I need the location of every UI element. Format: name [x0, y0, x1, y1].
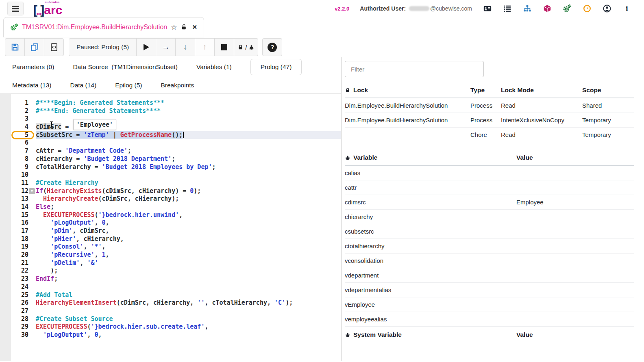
code-text[interactable]: #Create Hierarchy: [36, 179, 341, 187]
table-row[interactable]: vEmployee: [345, 297, 634, 312]
line-number[interactable]: 3: [0, 115, 36, 123]
code-editor[interactable]: 1#****Begin: Generated Statements***2#**…: [0, 93, 341, 361]
code-text[interactable]: 'pDelim', '&': [36, 259, 341, 267]
line-number[interactable]: 9: [0, 163, 36, 171]
table-row[interactable]: vemployeealias: [345, 312, 634, 327]
line-number[interactable]: 8: [0, 155, 36, 163]
code-text[interactable]: [36, 283, 341, 291]
sitemap-icon[interactable]: [522, 4, 532, 13]
line-number[interactable]: 27: [0, 307, 36, 315]
id-card-icon[interactable]: [483, 4, 492, 13]
table-row[interactable]: ChoreReadTemporary: [345, 128, 634, 142]
code-text[interactable]: #****Begin: Generated Statements***: [36, 99, 341, 107]
table-row[interactable]: vdepartment: [345, 268, 634, 283]
line-number[interactable]: 28: [0, 315, 36, 323]
code-line[interactable]: 8cHierarchy = 'Budget 2018 Department';: [0, 155, 341, 163]
code-line[interactable]: 1#****Begin: Generated Statements***: [0, 99, 341, 107]
lock-debug-button[interactable]: /: [234, 38, 258, 56]
line-number[interactable]: 15: [0, 211, 36, 219]
user-icon[interactable]: [602, 4, 612, 13]
code-line[interactable]: 27: [0, 307, 341, 315]
line-number[interactable]: 14: [0, 203, 36, 211]
line-number[interactable]: 13: [0, 195, 36, 203]
code-line[interactable]: 18 'pHier', cHierarchy,: [0, 235, 341, 243]
table-row[interactable]: chierarchy: [345, 210, 634, 224]
code-line[interactable]: 30 'pLogOutput', 0,: [0, 331, 341, 339]
code-text[interactable]: 'pLogOutput', 0,: [36, 219, 341, 227]
line-number[interactable]: 10: [0, 171, 36, 179]
code-text[interactable]: 'pConsol', '*',: [36, 243, 341, 251]
clock-icon[interactable]: [582, 4, 592, 13]
code-text[interactable]: [36, 171, 341, 179]
code-view-button[interactable]: [44, 38, 64, 56]
code-line[interactable]: 12▾If(HierarchyExists(cDimSrc, cHierarch…: [0, 187, 341, 195]
code-line[interactable]: 20 'pRecursive', 1,: [0, 251, 341, 259]
table-row[interactable]: Dim.Employee.BuildHierarchySolutionProce…: [345, 113, 634, 128]
stop-button[interactable]: [214, 38, 234, 56]
tab-breakpoints[interactable]: Breakpoints: [161, 82, 194, 89]
table-row[interactable]: ctotalhierarchy: [345, 239, 634, 254]
line-number[interactable]: 30: [0, 331, 36, 339]
code-text[interactable]: cAttr = 'Department Code';: [36, 147, 341, 155]
line-number[interactable]: 18: [0, 235, 36, 243]
cube-icon[interactable]: [542, 4, 552, 13]
code-text[interactable]: 'pRecursive', 1,: [36, 251, 341, 259]
line-number[interactable]: 22: [0, 267, 36, 275]
code-line[interactable]: 17 'pDim', cDimSrc,: [0, 227, 341, 235]
line-number[interactable]: 20: [0, 251, 36, 259]
table-row[interactable]: cattr: [345, 180, 634, 195]
unlock-icon[interactable]: [181, 24, 187, 31]
tab-parameters[interactable]: Parameters (0): [12, 63, 54, 71]
code-line[interactable]: 9cTotalHierarchy = 'Budget 2018 Employee…: [0, 163, 341, 171]
code-line[interactable]: 11#Create Hierarchy: [0, 179, 341, 187]
favorite-star-icon[interactable]: ☆: [171, 23, 177, 32]
code-line[interactable]: 28#Create Subset Source: [0, 315, 341, 323]
code-text[interactable]: [36, 307, 341, 315]
save-button[interactable]: [5, 38, 25, 56]
help-button[interactable]: ?: [262, 38, 282, 56]
line-number[interactable]: 25: [0, 291, 36, 299]
line-number[interactable]: 2: [0, 107, 36, 115]
code-line[interactable]: 19 'pConsol', '*',: [0, 243, 341, 251]
line-number[interactable]: 19: [0, 243, 36, 251]
step-into-button[interactable]: ↓: [175, 38, 195, 56]
tab-data[interactable]: Data (14): [70, 82, 97, 89]
code-line[interactable]: 22 );: [0, 267, 341, 275]
code-line[interactable]: 2#****End: Generated Statements****: [0, 107, 341, 115]
table-row[interactable]: vconsolidation: [345, 254, 634, 268]
code-line[interactable]: 23EndIf;: [0, 275, 341, 283]
line-number[interactable]: 11: [0, 179, 36, 187]
code-line[interactable]: 16 'pLogOutput', 0,: [0, 219, 341, 227]
code-text[interactable]: cHierarchy = 'Budget 2018 Department';: [36, 155, 341, 163]
code-line[interactable]: 7cAttr = 'Department Code';: [0, 147, 341, 155]
code-line[interactable]: 26HierarchyElementInsert(cDimSrc, cHiera…: [0, 299, 341, 307]
close-tab-icon[interactable]: ✕: [192, 24, 197, 31]
line-number[interactable]: 26: [0, 299, 36, 307]
line-number[interactable]: 29: [0, 323, 36, 331]
code-text[interactable]: cSubsetSrc = 'zTemp' | GetProcessName();: [36, 131, 341, 139]
continue-button[interactable]: [136, 38, 156, 56]
line-number[interactable]: 24: [0, 283, 36, 291]
tab-data-source[interactable]: Data Source (TM1DimensionSubset): [73, 63, 178, 71]
code-text[interactable]: #****End: Generated Statements****: [36, 107, 341, 115]
code-line[interactable]: 14Else;: [0, 203, 341, 211]
tab-prolog[interactable]: Prolog (47): [250, 59, 302, 75]
tab-variables[interactable]: Variables (1): [196, 63, 232, 71]
line-number[interactable]: 1: [0, 99, 36, 107]
code-line[interactable]: 13 HierarchyCreate(cDimSrc, cHierarchy);: [0, 195, 341, 203]
code-text[interactable]: cTotalHierarchy = 'Budget 2018 Employees…: [36, 163, 341, 171]
line-number[interactable]: 6: [0, 139, 36, 147]
line-number[interactable]: 21: [0, 259, 36, 267]
code-text[interactable]: #Create Subset Source: [36, 315, 341, 323]
line-number[interactable]: 16: [0, 219, 36, 227]
list-icon[interactable]: [503, 4, 512, 13]
code-line[interactable]: 15 EXECUTEPROCESS('}bedrock.hier.unwind'…: [0, 211, 341, 219]
code-line[interactable]: 25#Add Total: [0, 291, 341, 299]
code-text[interactable]: [36, 139, 341, 147]
code-line[interactable]: 29EXECUTEPROCESS('}bedrock.hier.sub.crea…: [0, 323, 341, 331]
table-row[interactable]: vdepartmentalias: [345, 283, 634, 297]
code-text[interactable]: 'pDim', cDimSrc,: [36, 227, 341, 235]
code-text[interactable]: #Add Total: [36, 291, 341, 299]
code-text[interactable]: 'pLogOutput', 0,: [36, 331, 341, 339]
code-line[interactable]: 24: [0, 283, 341, 291]
